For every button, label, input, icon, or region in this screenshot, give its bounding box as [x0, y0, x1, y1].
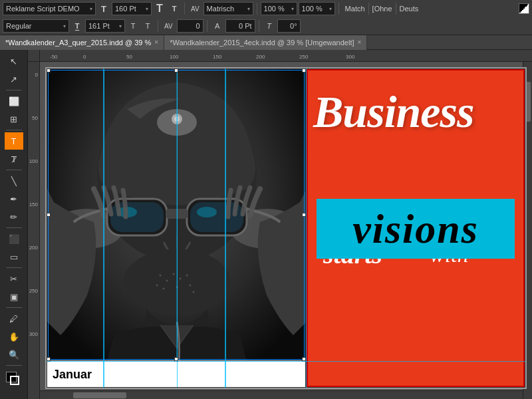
font-style-icon[interactable]: T	[97, 2, 110, 15]
tab-2-close[interactable]: ×	[358, 39, 362, 46]
svg-point-21	[186, 275, 188, 277]
ruler-horizontal: -50 0 50 100 150 200 250 300	[40, 50, 532, 62]
scissors-tool[interactable]: ✂	[5, 270, 23, 287]
doc-canvas: Januar Business starts with visions	[40, 62, 532, 399]
type-path-tool[interactable]: T̷	[5, 150, 23, 168]
business-text: Business	[313, 89, 518, 134]
svg-point-19	[173, 273, 175, 275]
baseline-icon[interactable]: A	[211, 19, 224, 33]
type-tool[interactable]: T	[5, 132, 23, 150]
pencil-tool[interactable]: ✏	[5, 208, 23, 225]
stroke-color	[10, 376, 19, 385]
page-tool[interactable]: ⬜	[5, 92, 23, 110]
color-swatches	[519, 3, 529, 14]
rectangle-frame-tool[interactable]: ⬛	[5, 230, 23, 247]
font-larger-icon[interactable]: T	[153, 2, 166, 15]
page-left: Januar	[47, 68, 306, 388]
zoom2-dropdown[interactable]: 100 % ▾	[299, 2, 335, 15]
separator6	[158, 20, 158, 32]
fill-stroke-swatch[interactable]	[519, 3, 529, 14]
tab-1[interactable]: *Wandkalender_A3_quer_2015.indd @ 39 % ×	[0, 35, 164, 50]
pen-tool[interactable]: ✒	[5, 190, 23, 207]
tracking-av-icon[interactable]: AV	[162, 19, 176, 33]
zoom2-value: 100 %	[302, 5, 323, 13]
match-label: Match	[345, 5, 365, 13]
kerning-icon2[interactable]: T	[141, 19, 154, 33]
gradient-tool[interactable]: ▣	[5, 288, 23, 305]
language-value: Matrisch	[207, 5, 235, 13]
tab-2-label: *Wandkalender_2015_4eck.indd @ 39 % [Umg…	[170, 39, 354, 47]
leading-value: 161 Pt	[88, 22, 110, 30]
canvas-area: -50 0 50 100 150 200 250 300 0 50 100 15…	[28, 50, 532, 399]
rectangle-tool[interactable]: ▭	[5, 248, 23, 265]
tool-divider-7	[6, 365, 22, 366]
tab-1-label: *Wandkalender_A3_quer_2015.indd @ 39 %	[5, 39, 151, 47]
tab-bar: *Wandkalender_A3_quer_2015.indd @ 39 % ×…	[0, 35, 532, 50]
zoom-tool[interactable]: 🔍	[5, 346, 23, 363]
separator2	[257, 3, 257, 15]
svg-point-22	[156, 285, 158, 287]
svg-point-23	[163, 288, 165, 290]
page-container: Januar Business starts with visions	[47, 68, 525, 399]
font-size-dropdown[interactable]: 160 Pt ▾	[112, 2, 152, 15]
visions-box: visions	[317, 199, 515, 259]
separator5	[396, 3, 396, 15]
svg-point-18	[166, 280, 168, 282]
svg-point-17	[160, 275, 162, 277]
separator8	[259, 20, 259, 32]
ruler-corner	[28, 50, 40, 62]
baseline-input[interactable]	[225, 19, 255, 33]
tracking-icon[interactable]: AV	[188, 2, 202, 15]
hand-tool[interactable]: ✋	[5, 328, 23, 345]
gap-tool[interactable]: ⊞	[5, 110, 23, 128]
language-arrow: ▾	[247, 6, 250, 12]
select-tool[interactable]: ↖	[5, 53, 23, 70]
kerning-icon1[interactable]: T	[126, 19, 140, 33]
skew-icon[interactable]: T	[263, 19, 276, 33]
tab-2[interactable]: *Wandkalender_2015_4eck.indd @ 39 % [Umg…	[164, 35, 367, 50]
photo-background	[47, 69, 306, 388]
skew-input[interactable]	[277, 19, 301, 33]
font-name-value: Reklame Script DEMO	[6, 5, 80, 13]
page-right: Business starts with visions Lock Mo..	[306, 68, 525, 388]
guide-line-v2	[177, 69, 178, 388]
scale-h-icon[interactable]: T	[70, 19, 84, 33]
deuts-label: Deuts	[400, 5, 419, 13]
separator4	[368, 3, 369, 15]
ruler-vertical: 0 50 100 150 200 250 300	[28, 62, 40, 399]
font-size-arrow: ▾	[146, 6, 148, 12]
toolbar-row2: Regular ▾ T 161 Pt ▾ T T AV A	[0, 17, 532, 35]
tool-divider-1	[6, 90, 22, 90]
tool-divider-3	[6, 170, 22, 170]
svg-point-11	[197, 207, 217, 217]
januar-text: Januar	[53, 368, 92, 382]
font-size-value: 160 Pt	[115, 5, 136, 13]
direct-select-tool[interactable]: ↗	[5, 70, 23, 88]
separator1	[184, 3, 185, 15]
tool-divider-4	[6, 227, 22, 228]
language-dropdown[interactable]: Matrisch ▾	[203, 2, 253, 15]
eyedropper-tool[interactable]: 🖊	[5, 310, 23, 327]
fill-stroke-box[interactable]	[5, 370, 23, 389]
tab-1-close[interactable]: ×	[154, 39, 158, 46]
tool-divider-5	[6, 267, 22, 268]
toolbar-row1: Reklame Script DEMO ▾ T 160 Pt ▾ T T AV …	[0, 0, 532, 17]
font-style-dropdown[interactable]: Regular ▾	[3, 19, 69, 33]
zoom1-dropdown[interactable]: 100 % ▾	[261, 2, 297, 15]
leading-dropdown[interactable]: 161 Pt ▾	[85, 19, 125, 33]
font-name-arrow: ▾	[90, 6, 92, 12]
visions-text: visions	[352, 205, 479, 253]
line-tool[interactable]: ╲	[5, 172, 23, 190]
font-name-dropdown[interactable]: Reklame Script DEMO ▾	[3, 2, 96, 15]
font-smaller-icon[interactable]: T	[168, 2, 181, 15]
svg-point-25	[190, 285, 192, 287]
tracking-input[interactable]	[177, 19, 203, 33]
ohne-label: [Ohne	[372, 5, 392, 13]
main-area: ↖ ↗ ⬜ ⊞ T T̷ ╲ ✒ ✏ ⬛ ▭ ✂ ▣ 🖊 ✋ 🔍 -50	[0, 50, 532, 399]
font-style-value: Regular	[6, 22, 32, 30]
guide-line-v1	[104, 69, 104, 388]
zoom1-value: 100 %	[264, 5, 285, 13]
svg-point-26	[193, 291, 195, 293]
tt-icon: T	[101, 4, 106, 14]
separator7	[207, 20, 207, 32]
